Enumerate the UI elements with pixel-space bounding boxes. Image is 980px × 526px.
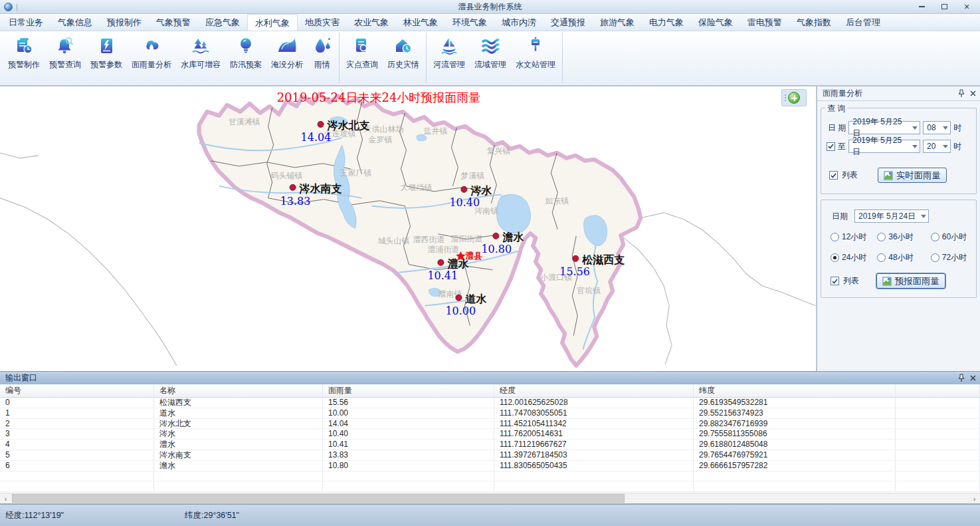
menu-hydrology[interactable]: 水利气象 <box>247 14 298 31</box>
area-rainfall-analysis-button[interactable]: 面雨量分析 <box>127 33 176 83</box>
menu-lightning[interactable]: 雷电预警 <box>740 14 789 31</box>
menu-power[interactable]: 电力气象 <box>642 14 691 31</box>
minimize-button[interactable] <box>916 2 927 11</box>
menu-urban-flood[interactable]: 城市内涝 <box>494 14 543 31</box>
close-button[interactable]: ✕ <box>961 2 972 11</box>
menu-geo-disaster[interactable]: 地质灾害 <box>298 14 347 31</box>
menu-environment[interactable]: 环境气象 <box>445 14 494 31</box>
to-hour-select[interactable]: 20 <box>923 140 951 153</box>
forecast-rainfall-button[interactable]: 预报面雨量 <box>876 273 945 289</box>
pin-icon[interactable] <box>958 89 965 98</box>
radio-72h[interactable] <box>931 253 939 262</box>
river-manage-button[interactable]: 河流管理 <box>429 33 470 83</box>
table-cell: 涔水南支 <box>154 450 323 460</box>
town-label: 城头山镇 <box>378 236 410 245</box>
menu-weather-info[interactable]: 气象信息 <box>50 14 100 31</box>
town-label: 澧阳街道 <box>450 234 482 243</box>
longitude-readout: 经度:112°13'19" <box>0 510 185 521</box>
scroll-left-icon[interactable]: ‹ <box>0 493 11 503</box>
forecast-date-select[interactable]: 2019年 5月24日 <box>854 209 929 223</box>
radio-60h[interactable] <box>931 233 939 241</box>
table-row[interactable]: 3 涔水 10.40 111.76200514631 29.7555811355… <box>0 429 980 440</box>
scroll-right-icon[interactable]: › <box>969 493 980 503</box>
warning-query-button[interactable]: 预警查询 <box>45 33 86 83</box>
radio-12h[interactable] <box>831 233 839 241</box>
scrollbar-thumb[interactable] <box>12 494 625 503</box>
table-row[interactable]: 1 道水 10.00 111.747083055051 29.552156374… <box>0 408 980 419</box>
menu-tourism[interactable]: 旅游气象 <box>593 14 642 31</box>
station-name: 涔水 <box>470 184 492 197</box>
chevron-down-icon <box>912 145 918 148</box>
table-cell: 111.452105411342 <box>494 419 694 429</box>
hydro-station-manage-button[interactable]: 水文站管理 <box>511 33 560 83</box>
radio-48h[interactable] <box>877 253 886 262</box>
maximize-button[interactable] <box>939 2 949 11</box>
history-disaster-button[interactable]: 历史灾情 <box>383 33 424 83</box>
from-date-select[interactable]: 2019年 5月25日 <box>848 121 920 134</box>
warning-params-button[interactable]: 预警参数 <box>86 33 127 83</box>
to-checkbox[interactable] <box>827 142 835 151</box>
map-canvas[interactable]: 2019-05-24日未来24小时预报面雨量 <box>0 86 817 371</box>
table-row[interactable]: 6 澹水 10.80 111.830565050435 29.666615795… <box>0 461 980 471</box>
column-header-latitude[interactable]: 纬度 <box>694 384 896 397</box>
disaster-point-query-button[interactable]: 灾点查询 <box>342 33 383 83</box>
flood-plan-button[interactable]: 防汛预案 <box>225 33 266 83</box>
to-date-select[interactable]: 2019年 5月25日 <box>848 140 920 153</box>
menu-daily[interactable]: 日常业务 <box>1 14 50 31</box>
map-zoom-control[interactable] <box>781 89 807 106</box>
table-cell: 29.7654476975921 <box>694 450 896 460</box>
column-header-rainfall[interactable]: 面雨量 <box>323 384 494 397</box>
horizontal-scrollbar[interactable]: ‹ › <box>0 493 980 503</box>
check-icon <box>831 173 836 178</box>
close-panel-icon[interactable] <box>970 90 976 96</box>
table-cell: 29.6188012485048 <box>694 440 896 450</box>
table-cell: 10.40 <box>323 429 494 439</box>
reservoir-trees-icon <box>191 36 211 56</box>
output-window-title: 输出窗口 <box>5 372 958 384</box>
sailboat-icon <box>439 36 459 56</box>
hour-unit-label: 时 <box>953 141 961 152</box>
town-label: 天供山林场 <box>364 124 404 134</box>
table-row[interactable]: 4 澧水 10.41 111.711219667627 29.618801248… <box>0 440 980 450</box>
reservoir-capacity-button[interactable]: 水库可增容 <box>176 33 225 83</box>
close-output-icon[interactable] <box>970 375 976 381</box>
table-row[interactable]: 5 涔水南支 13.83 111.397267184503 29.7654476… <box>0 450 980 461</box>
town-label: 大堰垱镇 <box>400 183 432 192</box>
submersion-analysis-button[interactable]: 淹没分析 <box>266 33 308 83</box>
station-value: 10.00 <box>445 305 476 317</box>
area-rainfall-panel: 面雨量分析 查 询 日 期 2019年 5月25日 08 时 <box>817 86 980 371</box>
basin-manage-button[interactable]: 流域管理 <box>470 33 511 83</box>
column-header-id[interactable]: 编号 <box>0 384 154 397</box>
from-hour-select[interactable]: 08 <box>923 121 951 134</box>
radio-36h[interactable] <box>877 233 886 241</box>
column-header-longitude[interactable]: 经度 <box>494 384 694 397</box>
chart-map-icon <box>884 171 893 180</box>
menu-emergency[interactable]: 应急气象 <box>198 14 247 31</box>
station-value: 10.80 <box>481 243 512 255</box>
date-label: 日 期 <box>828 122 846 134</box>
menu-forestry[interactable]: 林业气象 <box>396 14 445 31</box>
menu-agriculture[interactable]: 农业气象 <box>347 14 396 31</box>
raindrops-icon <box>312 36 332 56</box>
bulb-icon <box>236 36 256 56</box>
town-label: 码头铺镇 <box>271 171 303 180</box>
pin-icon[interactable] <box>958 374 965 382</box>
list-checkbox[interactable] <box>829 171 838 180</box>
menu-weather-warning[interactable]: 气象预警 <box>149 14 198 31</box>
radio-24h[interactable] <box>831 253 839 262</box>
menu-forecast-make[interactable]: 预报制作 <box>100 14 149 31</box>
menu-admin[interactable]: 后台管理 <box>838 14 888 31</box>
column-header-name[interactable]: 名称 <box>154 384 323 397</box>
rain-condition-button[interactable]: 雨情 <box>308 33 337 83</box>
realtime-rainfall-button[interactable]: 实时面雨量 <box>878 168 947 183</box>
menu-weather-index[interactable]: 气象指数 <box>789 14 838 31</box>
table-cell <box>896 398 980 408</box>
warning-make-button[interactable]: 预警制作 <box>3 33 45 83</box>
table-row[interactable]: 0 松滋西支 15.56 112.001625625028 29.6193549… <box>0 398 980 408</box>
menu-insurance[interactable]: 保险气象 <box>691 14 740 31</box>
table-row[interactable]: 2 涔水北支 14.04 111.452105411342 29.8823476… <box>0 419 980 430</box>
forecast-list-checkbox[interactable] <box>831 277 839 285</box>
zoom-in-icon[interactable] <box>788 92 800 104</box>
menu-traffic[interactable]: 交通预报 <box>543 14 593 31</box>
station-name: 涔水南支 <box>299 182 342 195</box>
